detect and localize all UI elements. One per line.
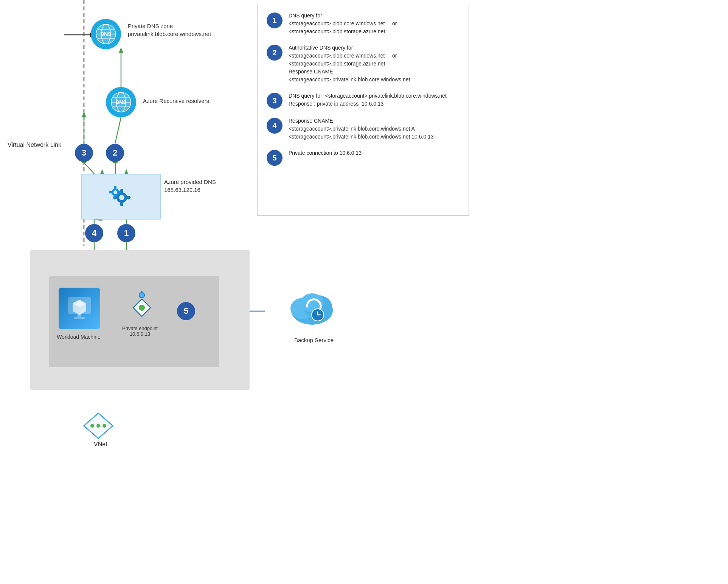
info-text-4: Response CNAME <storageaccount>.privatel…: [289, 117, 434, 141]
vnet-diamond-icon: [83, 413, 113, 441]
info-item-2: 2 Authoritative DNS query for <storageac…: [267, 44, 459, 84]
svg-point-52: [113, 190, 117, 194]
info-badge-4: 4: [267, 118, 283, 134]
info-badge-5: 5: [267, 150, 283, 166]
diagram-circle-5: 5: [177, 302, 195, 320]
svg-point-67: [139, 305, 145, 311]
private-dns-label: Private DNS zone privatelink.blob.core.w…: [128, 22, 211, 38]
svg-rect-53: [114, 186, 116, 189]
info-text-5: Private connection to 10.6.0.13: [289, 149, 362, 157]
svg-rect-54: [114, 195, 116, 198]
svg-point-78: [90, 424, 94, 428]
svg-text:DNS: DNS: [100, 31, 112, 37]
svg-rect-63: [74, 317, 85, 319]
info-text-1: DNS query for <storageaccount>.blob.core…: [289, 12, 397, 36]
backup-service-label: Backup Service: [291, 337, 337, 343]
svg-marker-6: [82, 112, 86, 117]
diagram-circle-2: 2: [106, 144, 124, 162]
svg-text:DNS: DNS: [115, 99, 127, 105]
info-item-5: 5 Private connection to 10.6.0.13: [267, 149, 459, 166]
svg-point-80: [102, 424, 106, 428]
info-badge-1: 1: [267, 12, 283, 28]
main-container: DNS Private DNS zone privatelink.blob.co…: [0, 0, 728, 584]
info-item-1: 1 DNS query for <storageaccount>.blob.co…: [267, 12, 459, 36]
private-endpoint-icon: [129, 294, 155, 321]
azure-provided-dns-box: [81, 174, 161, 220]
info-panel: 1 DNS query for <storageaccount>.blob.co…: [257, 4, 469, 216]
svg-line-3: [115, 117, 121, 144]
svg-point-65: [139, 293, 144, 298]
svg-rect-56: [118, 191, 121, 193]
vnet-label: VNet: [94, 441, 107, 448]
info-item-3: 3 DNS query for <storageaccount>.private…: [267, 92, 459, 109]
backup-service-icon: [287, 288, 337, 331]
info-text-3: DNS query for <storageaccount>.privateli…: [289, 92, 447, 108]
diagram-circle-1: 1: [117, 224, 135, 242]
diagram-circle-4: 4: [85, 224, 103, 242]
svg-point-79: [96, 424, 100, 428]
svg-rect-44: [120, 202, 123, 206]
svg-marker-8: [119, 47, 123, 53]
private-endpoint-label: Private endpoint 10.6.0.13: [117, 325, 163, 337]
svg-rect-55: [109, 191, 112, 193]
info-badge-3: 3: [267, 93, 283, 109]
workload-machine-label: Workload Machine: [56, 334, 101, 340]
workload-machine-icon: [59, 288, 100, 329]
svg-point-42: [119, 195, 124, 200]
svg-rect-62: [78, 314, 81, 317]
vnet-link-label: Virtual Network Link: [8, 142, 61, 148]
svg-line-11: [84, 163, 95, 174]
info-item-4: 4 Response CNAME <storageaccount>.privat…: [267, 117, 459, 141]
diagram-circle-3: 3: [75, 144, 93, 162]
azure-recursive-dns-globe: DNS: [106, 87, 136, 117]
info-text-2: Authoritative DNS query for <storageacco…: [289, 44, 410, 84]
svg-line-14: [94, 220, 102, 220]
info-badge-2: 2: [267, 45, 283, 61]
azure-provided-dns-label: Azure provided DNS 168.63.129.16: [164, 178, 216, 194]
private-dns-globe: DNS: [91, 19, 121, 49]
azure-recursive-label: Azure Recursive resolvers: [143, 98, 209, 104]
